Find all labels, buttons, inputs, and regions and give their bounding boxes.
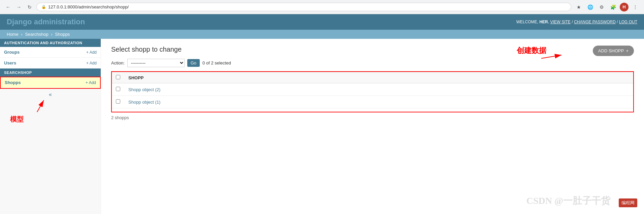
auth-section-header: AUTHENTICATION AND AUTHORIZATION	[0, 39, 101, 47]
lock-icon: 🔒	[41, 5, 46, 9]
sidebar-item-groups: Groups + Add	[0, 47, 101, 58]
username: HER.	[539, 20, 549, 24]
row1-link[interactable]: Shopp object (2)	[128, 87, 160, 92]
shopps-add-link[interactable]: + Add	[86, 80, 96, 85]
view-site-link[interactable]: VIEW SITE	[550, 20, 571, 24]
users-add-link[interactable]: + Add	[86, 61, 97, 65]
breadcrumb-searchshop[interactable]: Searchshop	[25, 32, 48, 37]
select-all-checkbox[interactable]	[116, 75, 120, 79]
bookmark-icon[interactable]: ★	[574, 2, 583, 12]
forward-button[interactable]: →	[15, 3, 23, 11]
breadcrumb-home[interactable]: Home	[7, 32, 19, 37]
action-label: Action:	[111, 60, 125, 65]
action-select[interactable]: ---------- Delete selected shopps	[127, 59, 185, 67]
row2-link[interactable]: Shopp object (1)	[128, 100, 160, 105]
create-arrow-icon	[540, 52, 567, 69]
svg-line-1	[37, 100, 44, 112]
add-shopp-plus-icon: +	[626, 48, 629, 53]
puzzle-icon[interactable]: 🧩	[608, 2, 618, 12]
model-annotation-area: 模型	[0, 100, 101, 127]
row1-checkbox[interactable]	[116, 87, 120, 91]
groups-add-link[interactable]: + Add	[86, 50, 97, 55]
shopp-column-header: SHOPP	[124, 72, 633, 83]
users-label[interactable]: Users	[4, 60, 16, 65]
row2-checkbox-cell	[112, 96, 124, 108]
change-password-link[interactable]: CHANGE PASSWORD	[574, 20, 616, 24]
searchshop-section-header: SEARCHSHOP	[0, 69, 101, 77]
sep2: /	[617, 20, 618, 24]
action-go-button[interactable]: Go	[187, 59, 200, 67]
user-info: WELCOME, HER. VIEW SITE / CHANGE PASSWOR…	[516, 20, 637, 24]
sidebar-item-shopps: Shopps + Add	[1, 77, 100, 88]
row2-checkbox[interactable]	[116, 99, 120, 104]
url-text: 127.0.0.1:8000/admin/searchshop/shopp/	[48, 4, 129, 9]
main-layout: AUTHENTICATION AND AUTHORIZATION Groups …	[0, 39, 644, 214]
breadcrumb-sep2: ›	[51, 32, 52, 37]
add-shopp-label: ADD SHOPP	[598, 48, 624, 53]
content-area: Select shopp to change ADD SHOPP + 创建数据 …	[101, 39, 644, 214]
menu-icon[interactable]: ⋮	[631, 2, 640, 12]
model-arrow-icon	[34, 95, 54, 115]
shopps-sidebar-section: Shopps + Add	[0, 77, 101, 89]
browser-actions: ★ 🌐 ⚙ 🧩 H ⋮	[574, 2, 640, 12]
logout-link[interactable]: LOG OUT	[619, 20, 637, 24]
translate-icon[interactable]: 🌐	[585, 2, 595, 12]
selected-count: 0 of 2 selected	[202, 60, 231, 65]
select-all-header	[112, 72, 124, 83]
add-shopp-button[interactable]: ADD SHOPP +	[593, 46, 634, 56]
address-bar[interactable]: 🔒 127.0.0.1:8000/admin/searchshop/shopp/	[36, 3, 571, 11]
admin-title[interactable]: Django administration	[7, 18, 85, 26]
table-row: Shopp object (2)	[112, 83, 633, 96]
browser-chrome: ← → ↻ 🔒 127.0.0.1:8000/admin/searchshop/…	[0, 0, 644, 14]
table-row: Shopp object (1)	[112, 96, 633, 108]
extensions-icon[interactable]: ⚙	[597, 2, 606, 12]
groups-label[interactable]: Groups	[4, 50, 20, 55]
results-section: SHOPP Shopp object (2)	[111, 71, 634, 112]
row1-label-cell: Shopp object (2)	[124, 83, 633, 96]
shopp-header-label: SHOPP	[128, 75, 144, 80]
row1-checkbox-cell	[112, 83, 124, 96]
result-count: 2 shopps	[111, 115, 634, 120]
row2-label-cell: Shopp object (1)	[124, 96, 633, 108]
annotation-model-text: 模型	[10, 115, 24, 124]
sep1: /	[572, 20, 573, 24]
breadcrumb-sep1: ›	[21, 32, 22, 37]
reload-button[interactable]: ↻	[26, 3, 34, 11]
breadcrumb: Home › Searchshop › Shopps	[0, 30, 644, 39]
breadcrumb-current: Shopps	[55, 32, 70, 37]
table-body: Shopp object (2) Shopp object (1)	[112, 83, 633, 108]
admin-header: Django administration WELCOME, HER. VIEW…	[0, 14, 644, 30]
avatar[interactable]: H	[620, 3, 629, 11]
svg-line-3	[541, 55, 561, 58]
shopps-label[interactable]: Shopps	[5, 80, 21, 85]
results-table: SHOPP Shopp object (2)	[112, 72, 633, 108]
sidebar: AUTHENTICATION AND AUTHORIZATION Groups …	[0, 39, 101, 214]
sidebar-item-users: Users + Add	[0, 58, 101, 69]
back-button[interactable]: ←	[4, 3, 12, 11]
table-header-row: SHOPP	[112, 72, 633, 83]
welcome-text: WELCOME,	[516, 20, 538, 24]
